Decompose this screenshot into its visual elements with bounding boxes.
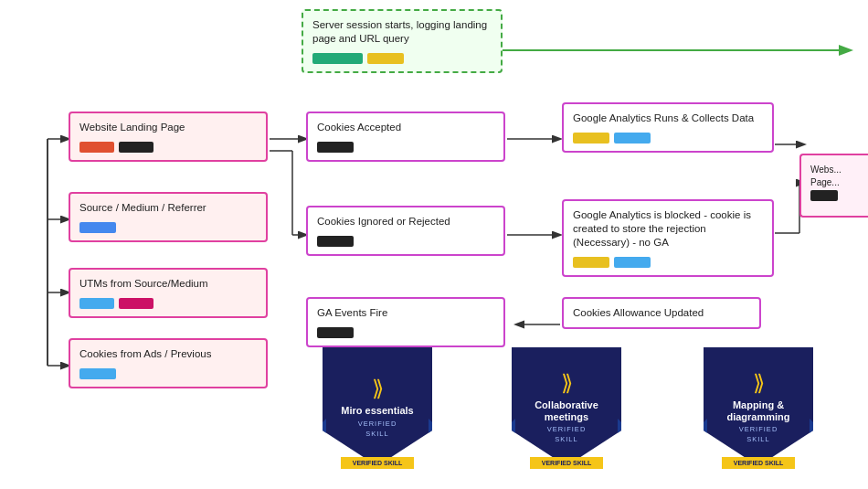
cookies-ignored-bar-1 xyxy=(317,236,354,247)
google-analytics-label: Google Analytics Runs & Collects Data xyxy=(573,112,763,125)
badge-collaborative: ⟫ Collaborative meetings VERIFIED SKILL … xyxy=(507,347,626,484)
source-bar-1 xyxy=(79,222,116,233)
collaborative-icon: ⟫ xyxy=(561,370,573,396)
ga-bar-1 xyxy=(573,133,609,144)
cookies-allowance-label: Cookies Allowance Updated xyxy=(573,306,750,320)
utms-label: UTMs from Source/Medium xyxy=(79,277,257,291)
badge-mapping-skill: SKILL xyxy=(746,435,769,443)
badge-miro-title: Miro essentials xyxy=(341,405,413,417)
partial-bars xyxy=(810,190,859,201)
cookies-accepted-bars xyxy=(317,142,494,153)
badge-mapping-verified: VERIFIED xyxy=(739,425,778,433)
badge-mapping: ⟫ Mapping & diagramming VERIFIED SKILL V… xyxy=(699,347,818,484)
cookies-accepted-box: Cookies Accepted xyxy=(306,112,505,162)
ga-blocked-bar-2 xyxy=(614,257,651,268)
landing-bar-1 xyxy=(79,142,114,153)
utms-bar-2 xyxy=(119,298,153,309)
cookies-accepted-label: Cookies Accepted xyxy=(317,121,494,134)
badge-shield-mapping: ⟫ Mapping & diagramming VERIFIED SKILL xyxy=(704,347,813,466)
website-landing-box: Website Landing Page xyxy=(69,112,268,162)
utms-bars xyxy=(79,298,257,309)
badge-miro-verified: VERIFIED xyxy=(358,420,397,428)
badge-mapping-ribbon: VERIFIED SKILL xyxy=(722,457,795,469)
source-medium-bars xyxy=(79,222,257,233)
badge-triangle-right-collaborative xyxy=(618,419,629,441)
ga-blocked-box: Google Analytics is blocked - cookie is … xyxy=(562,199,774,277)
badge-collaborative-title: Collaborative meetings xyxy=(521,399,612,423)
ga-blocked-bars xyxy=(573,257,763,268)
badge-shield-miro: ⟫ Miro essentials VERIFIED SKILL xyxy=(323,347,432,466)
badge-triangle-left-miro xyxy=(315,419,326,441)
website-landing-bars xyxy=(79,142,257,153)
ga-events-bars xyxy=(317,327,494,338)
server-session-bars xyxy=(312,53,492,64)
badge-miro-essentials: ⟫ Miro essentials VERIFIED SKILL VERIFIE… xyxy=(318,347,437,484)
website-page-partial-box: Webs... Page... xyxy=(799,154,868,218)
server-session-label: Server session starts, logging landing p… xyxy=(312,18,492,46)
ga-events-box: GA Events Fire xyxy=(306,297,505,347)
utms-bar-1 xyxy=(79,298,114,309)
source-medium-box: Source / Medium / Referrer xyxy=(69,192,268,242)
cookies-ignored-label: Cookies Ignored or Rejected xyxy=(317,215,494,229)
ga-blocked-label: Google Analytics is blocked - cookie is … xyxy=(573,208,763,250)
cookies-ads-bars xyxy=(79,368,257,379)
server-session-box: Server session starts, logging landing p… xyxy=(302,9,503,73)
badge-triangle-left-mapping xyxy=(696,419,707,441)
cookies-ignored-bars xyxy=(317,236,494,247)
cookies-ignored-box: Cookies Ignored or Rejected xyxy=(306,206,505,256)
ga-bar-2 xyxy=(614,133,651,144)
google-analytics-bars xyxy=(573,133,763,144)
badge-mapping-title: Mapping & diagramming xyxy=(713,399,804,423)
badge-shield-collaborative: ⟫ Collaborative meetings VERIFIED SKILL xyxy=(512,347,621,466)
badge-collaborative-ribbon: VERIFIED SKILL xyxy=(530,457,603,469)
website-page-partial-label: Webs... Page... xyxy=(810,165,842,187)
ga-blocked-bar-1 xyxy=(573,257,609,268)
mapping-icon: ⟫ xyxy=(753,370,765,396)
cookies-allowance-box: Cookies Allowance Updated xyxy=(562,297,761,329)
website-landing-label: Website Landing Page xyxy=(79,121,257,134)
cookies-ads-bar-1 xyxy=(79,368,116,379)
server-bar-2 xyxy=(367,53,404,64)
partial-bar-1 xyxy=(810,190,838,201)
cookies-ads-box: Cookies from Ads / Previous xyxy=(69,338,268,388)
badge-triangle-right-mapping xyxy=(810,419,820,441)
source-medium-label: Source / Medium / Referrer xyxy=(79,201,257,215)
google-analytics-box: Google Analytics Runs & Collects Data xyxy=(562,102,774,153)
ga-events-bar-1 xyxy=(317,327,354,338)
server-bar-1 xyxy=(312,53,363,64)
badge-miro-skill: SKILL xyxy=(365,430,388,438)
badge-miro-ribbon: VERIFIED SKILL xyxy=(341,457,414,469)
utms-box: UTMs from Source/Medium xyxy=(69,268,268,318)
badge-triangle-left-collaborative xyxy=(504,419,515,441)
diagram-container: Server session starts, logging landing p… xyxy=(0,0,868,489)
miro-icon: ⟫ xyxy=(372,376,384,401)
badge-collaborative-verified: VERIFIED xyxy=(547,425,587,433)
cookies-ads-label: Cookies from Ads / Previous xyxy=(79,347,257,361)
landing-bar-2 xyxy=(119,142,153,153)
cookies-accepted-bar-1 xyxy=(317,142,354,153)
badge-triangle-right-miro xyxy=(429,419,439,441)
ga-events-label: GA Events Fire xyxy=(317,306,494,320)
badge-collaborative-skill: SKILL xyxy=(555,435,577,443)
